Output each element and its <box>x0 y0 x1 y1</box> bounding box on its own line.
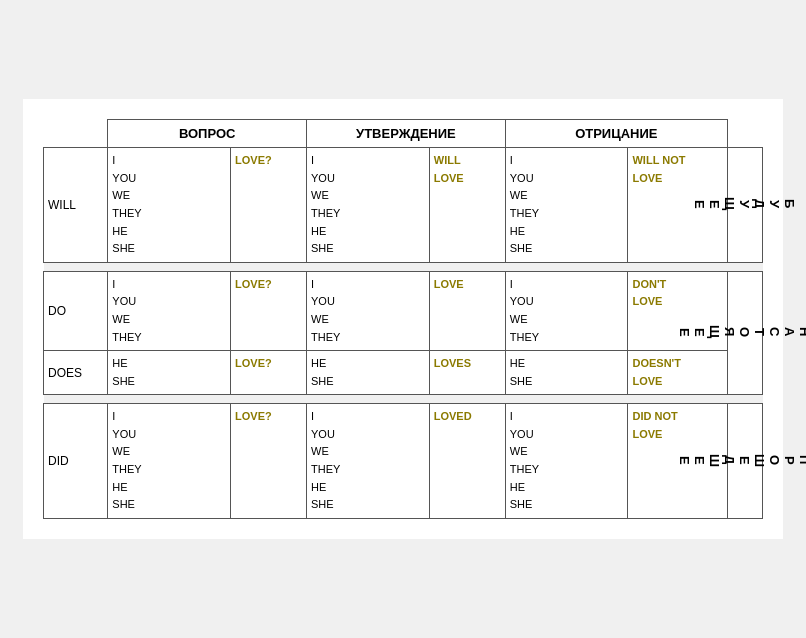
do-statement-verb: LOVE <box>429 271 505 350</box>
do-statement-subjects: I YOU WE THEY <box>307 271 430 350</box>
will-statement-verb: WILL LOVE <box>429 148 505 263</box>
did-aux-verb: DID <box>44 404 108 519</box>
negation-header: ОТРИЦАНИЕ <box>505 120 727 148</box>
will-statement-subjects: I YOU WE THEY HE SHE <box>307 148 430 263</box>
does-question-subjects: HE SHE <box>108 351 231 395</box>
does-statement-subjects: HE SHE <box>307 351 430 395</box>
do-negation-subjects: I YOU WE THEY <box>505 271 628 350</box>
main-page: ВОПРОС УТВЕРЖДЕНИЕ ОТРИЦАНИЕ WILL I YOU … <box>23 99 783 539</box>
does-negation-subjects: HE SHE <box>505 351 628 395</box>
will-question-verb: LOVE? <box>231 148 307 263</box>
did-negation-subjects: I YOU WE THEY HE SHE <box>505 404 628 519</box>
question-header: ВОПРОС <box>108 120 307 148</box>
future-label: БУДУЩЕЕ <box>727 148 762 263</box>
does-statement-verb: LOVES <box>429 351 505 395</box>
past-label: ПРОШЕДШЕЕ <box>727 404 762 519</box>
did-question-verb: LOVE? <box>231 404 307 519</box>
will-negation-subjects: I YOU WE THEY HE SHE <box>505 148 628 263</box>
empty-header <box>44 120 108 148</box>
does-aux-verb: DOES <box>44 351 108 395</box>
did-statement-verb: LOVED <box>429 404 505 519</box>
did-question-subjects: I YOU WE THEY HE SHE <box>108 404 231 519</box>
do-aux-verb: DO <box>44 271 108 350</box>
did-statement-subjects: I YOU WE THEY HE SHE <box>307 404 430 519</box>
do-question-subjects: I YOU WE THEY <box>108 271 231 350</box>
present-label: НАСТОЯЩЕЕ <box>727 271 762 395</box>
do-question-verb: LOVE? <box>231 271 307 350</box>
will-aux-verb: WILL <box>44 148 108 263</box>
statement-header: УТВЕРЖДЕНИЕ <box>307 120 506 148</box>
does-question-verb: LOVE? <box>231 351 307 395</box>
does-negation-verb: DOESN'T LOVE <box>628 351 727 395</box>
will-question-subjects: I YOU WE THEY HE SHE <box>108 148 231 263</box>
